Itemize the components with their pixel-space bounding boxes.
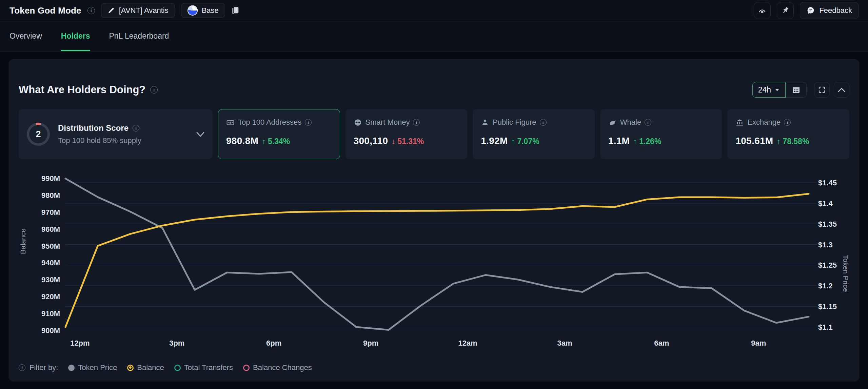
legend-item-balance[interactable]: Balance xyxy=(127,363,164,372)
distribution-score-value: 2 xyxy=(29,125,47,143)
tab-overview[interactable]: Overview xyxy=(9,21,42,51)
svg-text:960M: 960M xyxy=(41,225,60,233)
stat-label: Exchange xyxy=(747,118,781,127)
svg-text:$1.35: $1.35 xyxy=(818,220,837,228)
chain-selector-button[interactable]: Base xyxy=(181,3,225,18)
feedback-button[interactable]: Feedback xyxy=(800,2,859,19)
svg-text:$1.45: $1.45 xyxy=(818,179,837,187)
banknote-icon xyxy=(226,118,235,127)
whale-icon xyxy=(608,118,617,127)
stat-info-icon[interactable]: i xyxy=(413,119,420,126)
panel-title: What Are Holders Doing? xyxy=(19,84,145,96)
calendar-icon xyxy=(792,85,801,94)
chat-bubble-icon xyxy=(806,6,815,15)
svg-text:920M: 920M xyxy=(41,292,60,301)
incognito-icon xyxy=(354,118,362,127)
stat-change: ↑ 1.26% xyxy=(633,137,661,146)
tab-pnl-leaderboard[interactable]: PnL Leaderboard xyxy=(109,21,169,51)
tile-smart-money[interactable]: Smart Money i 300,110 ↓ 51.31% xyxy=(346,109,468,159)
legend-item-total-transfers[interactable]: Total Transfers xyxy=(174,363,233,372)
holders-activity-panel: What Are Holders Doing? i 24h xyxy=(8,59,860,382)
pin-button[interactable] xyxy=(777,2,794,19)
bank-icon xyxy=(735,118,744,127)
token-selector-button[interactable]: [AVNT] Avantis xyxy=(101,3,175,18)
svg-text:940M: 940M xyxy=(41,259,60,267)
timeframe-value: 24h xyxy=(758,85,771,95)
stat-change: ↓ 51.31% xyxy=(391,137,424,146)
svg-text:3pm: 3pm xyxy=(169,339,184,347)
person-icon xyxy=(481,118,489,127)
app-title-info-icon[interactable]: i xyxy=(87,7,95,14)
svg-text:6am: 6am xyxy=(654,339,669,347)
tab-holders[interactable]: Holders xyxy=(61,21,90,51)
panel-title-info-icon[interactable]: i xyxy=(150,86,158,94)
stat-info-icon[interactable]: i xyxy=(645,119,651,126)
legend-item-balance-changes[interactable]: Balance Changes xyxy=(243,363,312,372)
svg-text:12pm: 12pm xyxy=(70,339,90,347)
chevron-down-icon xyxy=(774,88,780,92)
svg-text:6pm: 6pm xyxy=(266,339,281,347)
filter-by-label: Filter by: xyxy=(29,363,58,372)
stat-value: 980.8M xyxy=(226,136,258,146)
watch-button[interactable] xyxy=(754,2,771,19)
distribution-score-text: Distribution Score i Top 100 hold 85% su… xyxy=(58,123,188,145)
svg-text:970M: 970M xyxy=(41,208,60,217)
legend-item-token-price[interactable]: Token Price xyxy=(68,363,117,372)
svg-text:$1.3: $1.3 xyxy=(818,241,833,249)
svg-text:980M: 980M xyxy=(41,191,60,200)
calendar-button[interactable] xyxy=(786,82,807,98)
filter-info-icon[interactable]: i xyxy=(19,364,25,371)
svg-text:Token Price: Token Price xyxy=(842,255,849,292)
tile-distribution-score[interactable]: 2 Distribution Score i Top 100 hold 85% … xyxy=(19,109,213,159)
tile-top-100-addresses[interactable]: Top 100 Addresses i 980.8M ↑ 5.34% xyxy=(218,109,340,159)
panel-window-buttons xyxy=(814,82,849,98)
panel-header: What Are Holders Doing? i 24h xyxy=(19,81,849,98)
main-area: What Are Holders Doing? i 24h xyxy=(0,52,868,389)
svg-text:9pm: 9pm xyxy=(363,339,378,347)
svg-text:930M: 930M xyxy=(41,275,60,284)
balance-changes-ring-icon xyxy=(243,365,250,371)
chevron-up-icon xyxy=(838,87,845,92)
timeframe-dropdown[interactable]: 24h xyxy=(752,82,786,98)
chevron-down-icon[interactable] xyxy=(196,132,204,137)
distribution-score-gauge: 2 xyxy=(27,123,50,146)
chain-selector-label: Base xyxy=(202,6,219,15)
distribution-score-title: Distribution Score xyxy=(58,123,129,133)
stat-info-icon[interactable]: i xyxy=(784,119,791,126)
distribution-score-subtitle: Top 100 hold 85% supply xyxy=(58,136,188,145)
svg-text:9am: 9am xyxy=(751,339,766,347)
holders-chart[interactable]: $1.45$1.4$1.35$1.3$1.25$1.2$1.15$1.1990M… xyxy=(19,167,849,355)
stat-change: ↑ 78.58% xyxy=(776,137,809,146)
timeframe-control: 24h xyxy=(752,82,807,98)
svg-text:$1.1: $1.1 xyxy=(818,323,833,331)
pencil-icon xyxy=(107,7,115,14)
svg-text:$1.25: $1.25 xyxy=(818,261,837,269)
svg-text:12am: 12am xyxy=(458,339,477,347)
token-selector-label: [AVNT] Avantis xyxy=(119,6,169,15)
panel-controls: 24h xyxy=(752,82,849,98)
stat-value: 105.61M xyxy=(735,136,773,146)
stat-label: Top 100 Addresses xyxy=(238,118,301,127)
line-chart-svg: $1.45$1.4$1.35$1.3$1.25$1.2$1.15$1.1990M… xyxy=(19,167,849,355)
fullscreen-button[interactable] xyxy=(814,82,830,98)
collapse-panel-button[interactable] xyxy=(834,82,849,98)
distribution-score-info-icon[interactable]: i xyxy=(133,125,139,131)
tile-whale[interactable]: Whale i 1.1M ↑ 1.26% xyxy=(600,109,722,159)
tile-public-figure[interactable]: Public Figure i 1.92M ↑ 7.07% xyxy=(473,109,595,159)
svg-text:910M: 910M xyxy=(41,309,60,318)
fullscreen-icon xyxy=(818,86,826,94)
chart-filter-legend: i Filter by: Token Price Balance Total T… xyxy=(19,363,312,372)
stat-info-icon[interactable]: i xyxy=(540,119,547,126)
balance-radio-icon xyxy=(127,365,134,371)
copy-address-button[interactable] xyxy=(231,6,240,15)
token-price-dot-icon xyxy=(68,365,75,371)
app-title: Token God Mode xyxy=(9,5,81,16)
svg-text:$1.4: $1.4 xyxy=(818,199,833,208)
tile-exchange[interactable]: Exchange i 105.61M ↑ 78.58% xyxy=(727,109,849,159)
feedback-label: Feedback xyxy=(819,6,852,15)
svg-text:$1.2: $1.2 xyxy=(818,282,833,290)
page-tabs: Overview Holders PnL Leaderboard xyxy=(0,21,868,52)
svg-text:3am: 3am xyxy=(557,339,572,347)
svg-text:$1.15: $1.15 xyxy=(818,302,837,311)
stat-info-icon[interactable]: i xyxy=(305,119,312,126)
